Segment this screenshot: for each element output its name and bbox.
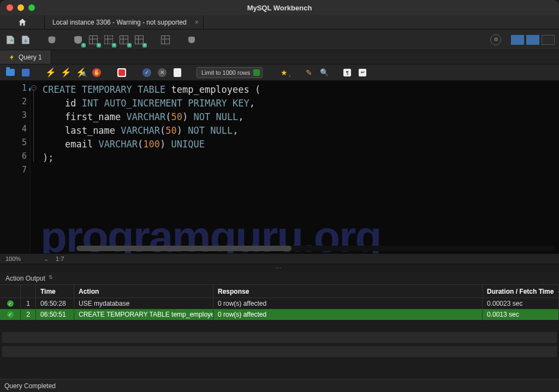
action-output-table: Time Action Response Duration / Fetch Ti… (0, 285, 559, 357)
add-snippet-button[interactable]: ★ (279, 68, 289, 78)
toggle-wrap-button[interactable]: ↩ (358, 68, 367, 78)
create-table-button[interactable]: + (87, 34, 99, 46)
create-function-button[interactable]: + (133, 34, 145, 46)
execute-button[interactable]: ⚡ (46, 68, 56, 78)
empty-row (2, 332, 557, 343)
home-icon (17, 17, 27, 27)
create-view-button[interactable]: + (103, 34, 115, 46)
zoom-level[interactable]: 100% (5, 256, 44, 262)
watermark-text: programguru.org (40, 230, 555, 243)
commit-button[interactable]: ✓ (142, 68, 152, 78)
status-bar: Query Completed (0, 379, 559, 392)
create-schema-button[interactable]: + (72, 34, 84, 46)
output-row[interactable]: ✓ 1 06:50:28 USE mydatabase 0 row(s) aff… (0, 298, 559, 309)
row-limit-label: Limit to 1000 rows (201, 69, 250, 76)
search-table-data-button[interactable] (159, 34, 171, 46)
toggle-invisible-button[interactable]: ¶ (342, 68, 352, 78)
execute-current-button[interactable]: ⚡ (61, 68, 71, 78)
connection-tab-label: Local instance 3306 - Warning - not supp… (52, 19, 187, 26)
window-title: MySQL Workbench (0, 4, 559, 12)
editor-status-bar: 100% ⌄ 1:7 (0, 253, 559, 264)
panel-splitter[interactable]: ⋯ (0, 264, 559, 272)
stop-button[interactable]: ✋ (92, 68, 102, 78)
query-tab[interactable]: Query 1 (0, 50, 51, 64)
rollback-button[interactable]: ✕ (157, 68, 167, 78)
find-button[interactable]: 🔍 (319, 68, 329, 78)
output-panel-header: Action Output (0, 272, 559, 285)
cursor-position: 1:7 (56, 256, 64, 262)
main-toolbar: + + + + + ✲ (0, 29, 559, 50)
status-text: Query Completed (4, 382, 56, 390)
zoom-caret-icon[interactable]: ⌄ (44, 256, 48, 263)
settings-icon[interactable]: ✲ (490, 34, 501, 45)
connection-tab-bar: Local instance 3306 - Warning - not supp… (0, 15, 559, 29)
new-sql-tab-button[interactable] (4, 34, 16, 46)
panel-toggle-group (511, 35, 555, 45)
create-procedure-button[interactable]: + (118, 34, 130, 46)
close-tab-icon[interactable]: × (195, 19, 199, 26)
horizontal-scrollbar[interactable] (76, 246, 555, 251)
connection-tab[interactable]: Local instance 3306 - Warning - not supp… (45, 15, 204, 29)
col-duration: Duration / Fetch Time (483, 285, 559, 298)
open-sql-file-button[interactable] (20, 34, 32, 46)
sql-editor[interactable]: 1 234 567 − CREATE TEMPORARY TABLE temp_… (0, 81, 559, 253)
query-tab-bar: Query 1 (0, 50, 559, 64)
fold-toggle-icon[interactable]: − (31, 85, 37, 91)
editor-toolbar: ⚡ ⚡ ⚡🔍 ✋ ✓ ✕ Limit to 1000 rows ★ ✎ 🔍 ¶ … (0, 64, 559, 81)
col-response: Response (213, 285, 483, 298)
row-limit-select[interactable]: Limit to 1000 rows (197, 67, 263, 78)
home-button[interactable] (0, 15, 45, 29)
toggle-whitespace-button[interactable] (173, 68, 182, 78)
empty-row (2, 346, 557, 357)
open-file-button[interactable] (5, 68, 15, 78)
beautify-button[interactable]: ✎ (304, 68, 314, 78)
save-file-button[interactable] (21, 68, 31, 78)
toggle-sidebar-button[interactable] (511, 35, 524, 45)
lightning-icon (9, 54, 15, 61)
fold-gutter: − (31, 81, 38, 253)
output-type-select[interactable]: Action Output (4, 275, 53, 282)
output-table-header: Time Action Response Duration / Fetch Ti… (0, 285, 559, 298)
toggle-output-panel-button[interactable] (542, 35, 555, 45)
success-icon: ✓ (7, 311, 14, 318)
inspector-button[interactable] (46, 34, 58, 46)
code-area[interactable]: CREATE TEMPORARY TABLE temp_employees ( … (38, 81, 559, 253)
explain-button[interactable]: ⚡🔍 (76, 68, 86, 78)
window-titlebar: MySQL Workbench (0, 0, 559, 15)
toggle-autocommit-button[interactable] (117, 68, 127, 78)
output-type-label: Action Output (5, 275, 45, 282)
line-number-gutter: 1 234 567 (0, 81, 31, 253)
col-time: Time (36, 285, 74, 298)
toggle-secondary-sidebar-button[interactable] (526, 35, 539, 45)
query-tab-label: Query 1 (19, 54, 42, 61)
output-row[interactable]: ✓ 2 06:50:51 CREATE TEMPORARY TABLE temp… (0, 309, 559, 320)
col-action: Action (74, 285, 213, 298)
success-icon: ✓ (7, 300, 14, 307)
reconnect-button[interactable] (186, 34, 198, 46)
